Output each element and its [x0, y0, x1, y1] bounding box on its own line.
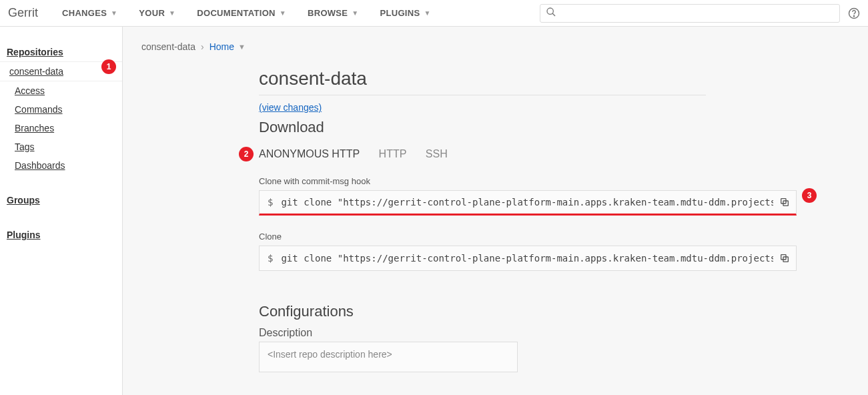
clone-block: Clone $ git clone "https://gerrit-contro…	[259, 232, 797, 271]
breadcrumb: consent-data › Home ▼	[123, 27, 868, 52]
page-title: consent-data	[259, 68, 706, 95]
nav-changes[interactable]: CHANGES▼	[51, 8, 128, 18]
clone-hook-text[interactable]: git clone "https://gerrit-control-plane-…	[281, 197, 773, 208]
sidebar-repositories[interactable]: Repositories	[0, 43, 122, 61]
tab-anonymous-http[interactable]: ANONYMOUS HTTP	[259, 148, 360, 160]
nav-menu: CHANGES▼ YOUR▼ DOCUMENTATION▼ BROWSE▼ PL…	[51, 8, 442, 18]
configurations-section: Configurations Description <Insert repo …	[259, 303, 797, 395]
tab-ssh[interactable]: SSH	[426, 148, 448, 160]
search-box[interactable]	[540, 4, 840, 23]
nav-your[interactable]: YOUR▼	[128, 8, 186, 18]
annotation-badge-2: 2	[239, 147, 254, 161]
chevron-down-icon: ▼	[352, 9, 358, 17]
chevron-down-icon: ▼	[111, 9, 117, 17]
chevron-down-icon: ▼	[169, 9, 175, 17]
nav-browse[interactable]: BROWSE▼	[297, 8, 370, 18]
main-content: consent-data › Home ▼ consent-data (view…	[123, 27, 868, 395]
clone-text[interactable]: git clone "https://gerrit-control-plane-…	[281, 253, 773, 264]
nav-label: BROWSE	[308, 8, 348, 18]
svg-point-0	[547, 8, 553, 14]
top-bar: Gerrit CHANGES▼ YOUR▼ DOCUMENTATION▼ BRO…	[0, 0, 868, 27]
view-changes-link[interactable]: (view changes)	[259, 102, 322, 113]
svg-line-1	[552, 13, 555, 16]
sidebar-item-dashboards[interactable]: Dashboards	[0, 156, 122, 175]
nav-label: CHANGES	[62, 8, 107, 18]
sidebar-plugins[interactable]: Plugins	[0, 226, 122, 244]
chevron-down-icon: ▼	[424, 9, 430, 17]
sidebar-item-tags[interactable]: Tags	[0, 137, 122, 156]
download-heading: Download	[259, 119, 797, 136]
search-input[interactable]	[562, 8, 834, 18]
sidebar-item-commands[interactable]: Commands	[0, 100, 122, 119]
chevron-right-icon: ›	[201, 41, 204, 52]
help-icon[interactable]	[848, 7, 860, 19]
breadcrumb-repo[interactable]: consent-data	[141, 41, 195, 52]
nav-label: PLUGINS	[380, 8, 420, 18]
description-label: Description	[259, 327, 797, 339]
chevron-down-icon[interactable]: ▼	[238, 43, 246, 51]
sidebar-groups[interactable]: Groups	[0, 191, 122, 210]
nav-label: DOCUMENTATION	[197, 8, 276, 18]
nav-plugins[interactable]: PLUGINS▼	[370, 8, 442, 18]
prompt-icon: $	[260, 253, 281, 264]
sidebar-item-access[interactable]: Access	[0, 81, 122, 100]
nav-documentation[interactable]: DOCUMENTATION▼	[186, 8, 297, 18]
clone-hook-label: Clone with commit-msg hook	[259, 176, 797, 186]
clone-hook-command: $ git clone "https://gerrit-control-plan…	[259, 190, 797, 216]
brand-logo[interactable]: Gerrit	[8, 6, 38, 20]
sidebar-item-branches[interactable]: Branches	[0, 119, 122, 137]
annotation-badge-1: 1	[101, 59, 116, 74]
copy-icon[interactable]	[773, 191, 796, 214]
nav-label: YOUR	[139, 8, 165, 18]
svg-point-3	[853, 15, 854, 16]
tab-http[interactable]: HTTP	[379, 148, 407, 160]
sidebar: Repositories consent-data 1 Access Comma…	[0, 27, 123, 395]
clone-label: Clone	[259, 232, 797, 242]
download-tabs: 2 ANONYMOUS HTTP HTTP SSH	[259, 148, 797, 160]
prompt-icon: $	[260, 197, 281, 208]
annotation-badge-3: 3	[802, 188, 817, 203]
clone-hook-block: Clone with commit-msg hook $ git clone "…	[259, 176, 797, 216]
chevron-down-icon: ▼	[280, 9, 286, 17]
breadcrumb-home[interactable]: Home	[209, 41, 234, 52]
clone-command: $ git clone "https://gerrit-control-plan…	[259, 246, 797, 271]
copy-icon[interactable]	[773, 247, 796, 270]
description-input[interactable]: <Insert repo description here>	[259, 342, 518, 372]
search-icon	[546, 7, 556, 20]
configurations-heading: Configurations	[259, 303, 797, 320]
